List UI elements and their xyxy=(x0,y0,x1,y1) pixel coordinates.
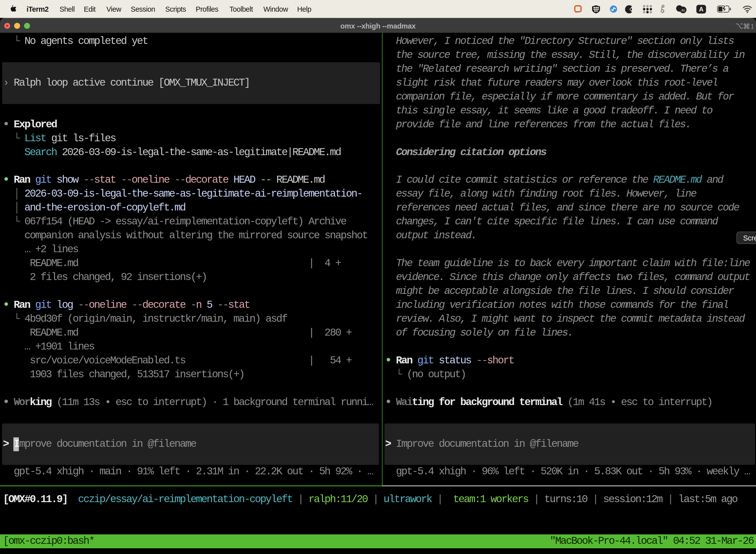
svg-text:1: 1 xyxy=(751,23,754,30)
svg-text:A: A xyxy=(699,6,703,13)
svg-text:..61: ..61 xyxy=(680,8,685,12)
